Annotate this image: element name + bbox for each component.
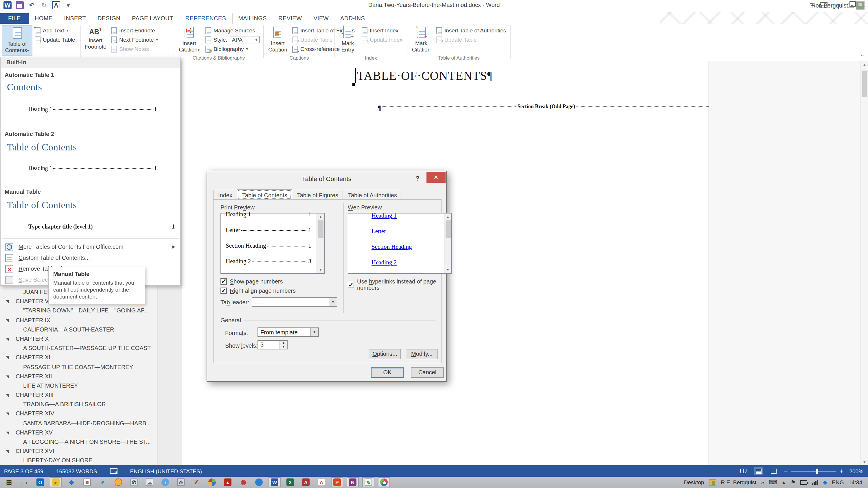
nav-item[interactable]: "TARRING DOWN"—DAILY LIFE—"GOING AF...	[0, 306, 157, 316]
cancel-button[interactable]: Cancel	[411, 367, 444, 378]
scrollbar-thumb[interactable]	[318, 220, 323, 238]
page-indicator[interactable]: PAGE 3 OF 459	[4, 468, 43, 474]
print-layout-icon[interactable]	[754, 467, 763, 475]
collapse-triangle-icon[interactable]	[6, 357, 9, 360]
add-text-button[interactable]: + Add Text▾	[35, 27, 75, 34]
itunes-taskbar-icon[interactable]: ♪	[159, 478, 171, 487]
dots-taskbar-icon[interactable]: ⋮⋮	[19, 478, 31, 487]
zoom-slider[interactable]	[791, 470, 836, 471]
notepad-taskbar-icon[interactable]: ✎	[362, 478, 374, 487]
dialog-tab-index[interactable]: Index	[213, 190, 238, 200]
collapse-triangle-icon[interactable]	[6, 413, 9, 416]
undo-icon[interactable]: ↶	[28, 1, 36, 9]
nav-item[interactable]: CHAPTER XVI	[0, 447, 157, 456]
options-button[interactable]: Options...	[369, 349, 401, 359]
insert-endnote-button[interactable]: Insert Endnote	[111, 27, 158, 34]
web-preview-scrollbar[interactable]: ▲ ▼	[444, 214, 452, 273]
nav-item[interactable]: A FLOGGING—A NIGHT ON SHORE—THE ST...	[0, 437, 157, 447]
ok-button[interactable]: OK	[371, 367, 404, 378]
scroll-up-icon[interactable]: ▲	[861, 63, 868, 67]
outlook-taskbar-icon[interactable]: O	[34, 478, 46, 487]
tab-page-layout[interactable]: PAGE LAYOUT	[126, 13, 179, 24]
vertical-scrollbar[interactable]: ▲ ▼	[861, 61, 868, 465]
modify-button[interactable]: Modify...	[406, 349, 438, 359]
checkbox-checked-icon[interactable]	[348, 282, 354, 288]
language-indicator[interactable]: ENGLISH (UNITED STATES)	[130, 468, 202, 474]
nav-item[interactable]: CALIFORNIA—A SOUTH-EASTER	[0, 325, 157, 334]
redapp-taskbar-icon[interactable]: ◉	[237, 478, 249, 487]
next-footnote-button[interactable]: → Next Footnote▾	[111, 36, 158, 43]
style-icon[interactable]: A	[52, 1, 60, 9]
scroll-down-icon[interactable]: ▼	[861, 460, 868, 464]
print-preview-scrollbar[interactable]: ▲ ▼	[316, 214, 324, 273]
tab-file[interactable]: FILE	[0, 13, 29, 24]
start-taskbar-icon[interactable]: ⊞	[3, 478, 15, 487]
collapse-triangle-icon[interactable]	[6, 375, 9, 378]
scroll-down-icon[interactable]: ▼	[444, 268, 452, 271]
tab-review[interactable]: REVIEW	[273, 13, 308, 24]
zoom-out-icon[interactable]: −	[784, 467, 788, 475]
scroll-up-icon[interactable]: ▲	[444, 215, 452, 219]
user-folder-icon[interactable]	[709, 479, 716, 486]
picasa-taskbar-icon[interactable]	[206, 478, 218, 487]
tab-leader-select[interactable]: ....... ▼	[252, 297, 337, 306]
zotero-taskbar-icon[interactable]: Z	[190, 478, 203, 487]
nav-item[interactable]: LIBERTY-DAY ON SHORE	[0, 456, 157, 465]
tab-design[interactable]: DESIGN	[92, 13, 126, 24]
tab-mailings[interactable]: MAILINGS	[232, 13, 273, 24]
bibliography-button[interactable]: ≋ Bibliography▾	[206, 45, 260, 53]
tab-view[interactable]: VIEW	[308, 13, 335, 24]
collapse-triangle-icon[interactable]	[6, 432, 9, 434]
battery-icon[interactable]	[800, 480, 807, 485]
redo-icon[interactable]: ↻	[40, 1, 48, 9]
word-count[interactable]: 165032 WORDS	[56, 468, 97, 474]
chrome-taskbar-icon[interactable]	[378, 478, 390, 487]
update-table-button[interactable]: ! Update Table	[35, 36, 75, 43]
dropbox-tray-icon[interactable]: ◆	[823, 479, 827, 486]
insert-footnote-button[interactable]: AB1 Insert Footnote	[82, 26, 109, 50]
scroll-down-icon[interactable]: ▼	[317, 268, 324, 271]
nav-item[interactable]: LIFE AT MONTEREY	[0, 381, 157, 391]
desktop-toolbar-label[interactable]: Desktop	[684, 479, 704, 486]
scrollbar-thumb[interactable]	[445, 220, 451, 238]
zoom-level[interactable]: 200%	[849, 468, 863, 474]
user-toolbar-label[interactable]: R.E. Bergquist	[721, 479, 756, 486]
nav-item[interactable]: TRADING—A BRITISH SAILOR	[0, 400, 157, 409]
ie-taskbar-icon[interactable]: e	[97, 478, 109, 487]
menu-item-custom-toc[interactable]: Custom Table of Contents...	[1, 252, 180, 263]
keyboard-icon[interactable]: ⌨	[769, 479, 777, 486]
zoom-slider-thumb[interactable]	[816, 468, 818, 474]
firefox-taskbar-icon[interactable]	[112, 478, 124, 487]
tab-references[interactable]: REFERENCES	[179, 13, 232, 24]
scroll-up-icon[interactable]: ▲	[317, 215, 324, 219]
printer-taskbar-icon[interactable]: ⎙	[175, 478, 187, 487]
openoffice-taskbar-icon[interactable]	[253, 478, 265, 487]
dialog-tab-table-of-figures[interactable]: Table of Figures	[292, 190, 343, 200]
dialog-tab-table-of-authorities[interactable]: Table of Authorities	[343, 190, 402, 200]
right-align-checkbox[interactable]: Right align page numbers	[220, 288, 296, 294]
tab-home[interactable]: HOME	[29, 13, 58, 24]
nav-item[interactable]: PASSAGE UP THE COAST—MONTEREY	[0, 362, 157, 372]
mark-citation-button[interactable]: +− Mark Citation	[408, 26, 434, 53]
phone-taskbar-icon[interactable]: ✆	[128, 478, 140, 487]
dialog-close-icon[interactable]: ✕	[427, 172, 445, 183]
customize-quick-access-icon[interactable]: ▾	[64, 1, 72, 9]
show-page-numbers-checkbox[interactable]: Show page numbers	[220, 278, 283, 285]
nav-item[interactable]: CHAPTER XV	[0, 428, 157, 437]
table-of-contents-button[interactable]: Table of Contents▾	[2, 26, 32, 56]
onenote-taskbar-icon[interactable]: N	[347, 478, 359, 487]
mark-entry-button[interactable]: +− Mark Entry	[336, 26, 359, 53]
nav-item[interactable]: CHAPTER X	[0, 334, 157, 344]
nav-item[interactable]: CHAPTER XII	[0, 372, 157, 381]
network-signal-icon[interactable]	[812, 480, 818, 485]
adobe-taskbar-icon[interactable]: ▲	[222, 478, 234, 487]
collapse-triangle-icon[interactable]	[6, 394, 9, 397]
insert-index-button[interactable]: Insert Index	[362, 27, 402, 34]
zoom-in-icon[interactable]: +	[840, 467, 844, 475]
nav-item[interactable]: CHAPTER XIII	[0, 391, 157, 400]
web-layout-icon[interactable]	[769, 467, 778, 475]
appgrid-taskbar-icon[interactable]: ▦	[81, 478, 93, 487]
scrollbar-thumb[interactable]	[862, 71, 867, 97]
spin-up-icon[interactable]: ▲	[280, 341, 287, 345]
show-levels-stepper[interactable]: 3 ▲▼	[257, 340, 288, 350]
